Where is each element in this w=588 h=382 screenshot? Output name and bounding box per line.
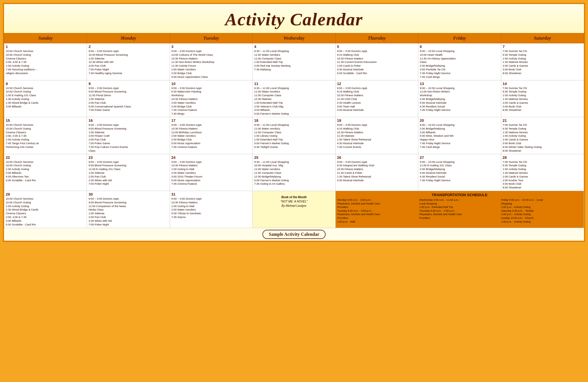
calendar-cell: 39:00 – 3:00 Doctors Appt.10:00 Cultures… bbox=[170, 43, 252, 80]
event-item: 1:00 Extended Mall Trip bbox=[254, 138, 334, 142]
event-item: 10:00 Heart Health bbox=[420, 53, 499, 57]
event-item: 7:45 Cinema Feature bbox=[171, 145, 251, 149]
event-item: 10:30 Fitness Matters bbox=[171, 164, 251, 167]
transport-line: Physicians, Dentists and Health Care bbox=[337, 202, 418, 206]
event-item: 1:30 Matinee Movies bbox=[503, 171, 582, 175]
day-number: 18 bbox=[254, 118, 334, 123]
event-item: 2:00 Water Aerobics bbox=[171, 134, 251, 138]
event-item: 11:30 Current Events Discussion bbox=[337, 60, 417, 64]
event-item: 11:00 Computer Class bbox=[254, 131, 334, 134]
event-item: 10:00 Church Outing bbox=[6, 201, 85, 204]
event-item: 9:30 – 11:00 Local Shopping bbox=[254, 123, 334, 127]
event-item: 2:00, 4:00 & 7:45 bbox=[6, 60, 85, 64]
event-item: 9:30 Temple Outing bbox=[503, 53, 582, 57]
event-item: 9:00 Blood Pressure Screening bbox=[88, 164, 168, 167]
event-item: 1:00 Activity Outing bbox=[503, 167, 582, 171]
event-item: 9:00 – 3:00 Doctors Appt. bbox=[337, 86, 417, 90]
transport-line: Saturday 9:30 a.m. - Temple bbox=[501, 209, 582, 213]
event-item: 11:00 E-mailing 101 Class bbox=[88, 167, 168, 171]
transport-line: Physicians, Dentists and Health Care bbox=[419, 213, 500, 216]
event-item: 2:00, 4:00 & 7:45 bbox=[6, 134, 85, 138]
event-item: 9:15 Walking Club bbox=[337, 127, 417, 131]
transport-line: 1:00 p.m. - Activity Outing bbox=[501, 220, 582, 224]
event-item: 7:45 Current Events bbox=[337, 145, 417, 149]
event-item: 11:30 Matinee bbox=[337, 134, 417, 138]
event-item: 10:00 Church Services bbox=[6, 123, 85, 127]
event-item: religion discussion bbox=[6, 72, 85, 75]
event-item: 2:00 Water Aerobics bbox=[171, 171, 251, 175]
day-number: 20 bbox=[420, 118, 499, 123]
event-item: 9:30 Watercolor Painting bbox=[171, 90, 251, 94]
event-item: 10:00 Church Services bbox=[6, 160, 85, 164]
event-item: 9:00 Blood Pressure Screening bbox=[88, 127, 168, 131]
event-item: 1:30 Mixed Bridge & Cards bbox=[6, 101, 85, 105]
event-item: 9:00 – 3:00 Doctors Appt. bbox=[88, 123, 168, 127]
calendar-cell: 217:00 Sunrise Tai Chi9:30 Temple Outing… bbox=[501, 117, 584, 154]
day-number: 13 bbox=[420, 82, 499, 86]
footer-bar: Sample Activity Calendar bbox=[4, 228, 584, 241]
event-item: 2:30 Health Lecture bbox=[337, 101, 417, 105]
event-item: 2:00 Veteran's Club Mtg. bbox=[254, 105, 334, 109]
event-item: 5:00 Musical Interlude bbox=[420, 171, 499, 175]
day-number: 19 bbox=[337, 118, 417, 123]
calendar-table: SundayMondayTuesdayWednesdayThursdayFrid… bbox=[4, 33, 584, 228]
event-item: 10:00 Church Services bbox=[6, 86, 85, 90]
day-header-thursday: Thursday bbox=[335, 33, 418, 43]
event-item: 11:00 Water Aerobics bbox=[254, 127, 334, 131]
event-item: 2:00 Bridge Club bbox=[171, 72, 251, 75]
event-item: 10:30 Fitness Matters bbox=[337, 131, 417, 134]
event-item: 6:45 Twilight Soiree bbox=[254, 145, 334, 149]
calendar-cell: 209:00 – 10:30 Local Shopping2:00 Bridge… bbox=[418, 117, 501, 154]
transport-title: TRANSPORTATION SCHEDULE bbox=[337, 193, 582, 197]
event-item: 3:00 Book Club bbox=[503, 142, 582, 145]
week-row-2: 810:00 Church Services10:00 Church Outin… bbox=[4, 80, 584, 117]
event-item: 5:00 Wine, Wisdom and Wit bbox=[420, 134, 499, 138]
event-item: 3:00 Billiards bbox=[6, 219, 85, 223]
event-item: 3:00 Town Hall bbox=[337, 105, 417, 109]
calendar-title: Activity Calendar bbox=[7, 9, 581, 30]
event-item: 9:15 Walking Club bbox=[337, 53, 417, 57]
event-item: 11:30 Non-fiction Writers Workshop bbox=[171, 60, 251, 64]
event-item: 1:00 Activity Outing bbox=[503, 134, 582, 138]
event-item: 2:00 Bridge/Mahjong bbox=[420, 127, 499, 131]
event-item: 10:00 Church Services bbox=[6, 197, 85, 201]
event-item: 4:30 Musical Interlude bbox=[337, 142, 417, 145]
event-item: 2:00 Pan Club bbox=[88, 175, 168, 179]
event-item: 2:00 Water Aerobics bbox=[171, 68, 251, 72]
event-item: 1:00 Activity Outing bbox=[503, 94, 582, 97]
event-item: 2:00 Pan Club bbox=[88, 215, 168, 219]
day-number: 26 bbox=[337, 155, 417, 160]
calendar-cell: 69:00 – 10:30 Local Shopping10:00 Heart … bbox=[418, 43, 501, 80]
event-item: 9:30 Temple Outing bbox=[503, 90, 582, 94]
transport-cell: TRANSPORTATION SCHEDULEMonday 9:00 a.m. … bbox=[335, 191, 584, 228]
event-item: 7:00 Sunrise Tai Chi bbox=[503, 49, 582, 53]
event-item: 9:00 – 10:30 Local Shopping bbox=[420, 123, 499, 127]
event-item: 1:00 Extended Mall Trip bbox=[254, 101, 334, 105]
event-item: 8:00 Showtime! bbox=[503, 72, 582, 75]
calendar-container: Activity Calendar SundayMondayTuesdayWed… bbox=[3, 3, 585, 242]
event-item: 7:45 Cash Bingo bbox=[420, 145, 499, 149]
event-item: 11:00 Computer Class bbox=[254, 94, 334, 97]
event-item: 9:00 – 10:30 Local Shopping bbox=[420, 49, 499, 53]
event-item: 5:00 Music Appreciation bbox=[171, 179, 251, 182]
event-item: 1:00 Activity Outing bbox=[6, 97, 85, 101]
day-number: 31 bbox=[171, 192, 251, 196]
event-item: 1:30 Matinee Movies bbox=[503, 60, 582, 64]
event-item: 2:00 Cards & Games bbox=[503, 64, 582, 68]
event-item: 5:00 Music Appreciation Class bbox=[171, 75, 251, 79]
day-number: 25 bbox=[254, 155, 334, 160]
event-item: 7:45 Friday Night Service bbox=[420, 72, 499, 75]
week-row-4: 2210:00 Church Services10:00 Church Outi… bbox=[4, 154, 584, 191]
calendar-cell: 199:00 – 3:00 Doctors Appt.9:15 Walking … bbox=[335, 117, 418, 154]
event-item: 4:30 Musical Interlude bbox=[337, 108, 417, 112]
event-item: 7:45 Friday Night Service bbox=[420, 179, 499, 182]
event-item: 11:00 E-mailing 101 Class bbox=[420, 164, 499, 167]
calendar-cell: 147:00 Sunrise Tai Chi9:30 Temple Outing… bbox=[501, 80, 584, 117]
calendar-cell: 169:00 – 3:00 Doctors Appt.9:00 Blood Pr… bbox=[87, 117, 170, 154]
event-item: 5:00 Farmer's Market Outing bbox=[254, 112, 334, 116]
event-item: Media Class bbox=[88, 208, 168, 212]
transport-section: TRANSPORTATION SCHEDULEMonday 9:00 a.m. … bbox=[336, 191, 584, 225]
event-item: 5:00 Scrabble - Card Rm bbox=[6, 179, 85, 182]
event-item: 1:00 Extended Mall Trip bbox=[254, 60, 334, 64]
day-headers-row: SundayMondayTuesdayWednesdayThursdayFrid… bbox=[4, 33, 584, 43]
